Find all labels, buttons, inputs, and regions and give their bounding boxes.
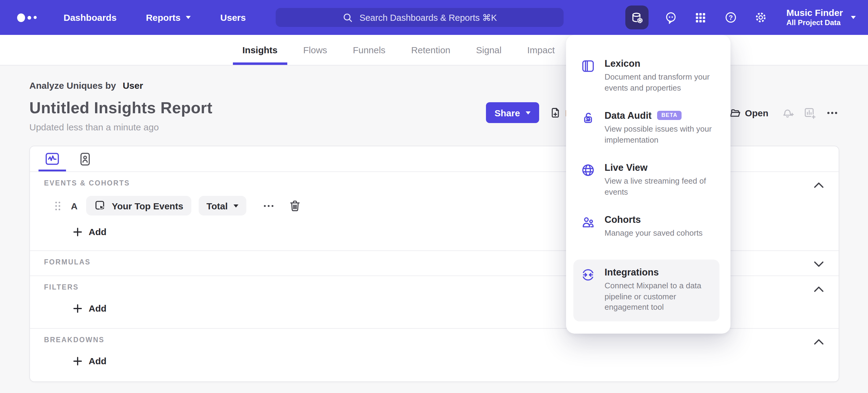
search-icon (342, 12, 353, 23)
more-ellipsis-icon[interactable] (825, 106, 839, 120)
menu-item-integrations[interactable]: Integrations Connect Mixpanel to a data … (574, 259, 719, 322)
add-event-button[interactable]: Add (73, 226, 106, 237)
cohorts-people-icon (581, 215, 595, 229)
svg-text:?: ? (728, 14, 733, 22)
menu-item-text: Integrations Connect Mixpanel to a data … (604, 266, 706, 313)
tab-funnels[interactable]: Funnels (353, 35, 385, 65)
chevron-down-icon (525, 111, 530, 114)
event-cursor-icon (94, 200, 106, 212)
add-to-dashboard-icon[interactable] (803, 106, 816, 119)
menu-item-description: Connect Mixpanel to a data pipeline or c… (604, 280, 706, 313)
menu-item-data-audit[interactable]: Data Audit BETA View possible issues wit… (566, 104, 731, 152)
add-label: Add (89, 303, 106, 313)
apps-grid-icon[interactable] (694, 11, 708, 24)
add-label: Add (89, 226, 106, 237)
help-icon[interactable]: ? (724, 11, 738, 24)
mixpanel-app: Dashboards Reports Users Search Dashboar… (0, 0, 868, 393)
top-nav: Dashboards Reports Users Search Dashboar… (0, 0, 868, 35)
drag-handle-icon[interactable] (54, 200, 61, 211)
profiles-person-tab-icon[interactable] (77, 146, 93, 171)
tab-flows[interactable]: Flows (303, 35, 327, 65)
share-label: Share (495, 107, 520, 118)
menu-item-cohorts[interactable]: Cohorts Manage your saved cohorts (566, 208, 731, 245)
share-button[interactable]: Share (486, 102, 539, 123)
tab-impact[interactable]: Impact (527, 35, 555, 65)
chevron-down-icon (851, 16, 856, 19)
database-gear-icon (630, 11, 644, 24)
report-tabbar: Insights Flows Funnels Retention Signal … (0, 35, 868, 65)
menu-item-text: Lexicon Document and transform your even… (604, 58, 712, 94)
search-placeholder: Search Dashboards & Reports ⌘K (360, 12, 497, 22)
live-view-globe-icon (581, 163, 595, 177)
menu-item-title: Data Audit BETA (604, 110, 712, 121)
plus-icon (73, 304, 82, 312)
project-switcher[interactable]: Music Finder All Project Data (786, 7, 856, 28)
project-scope: All Project Data (786, 18, 843, 28)
plus-icon (73, 357, 82, 365)
menu-item-title: Integrations (604, 266, 706, 278)
insights-chart-tab-icon[interactable] (43, 146, 61, 171)
delete-trash-icon[interactable] (289, 200, 301, 212)
chevron-down-icon (233, 204, 238, 207)
menu-item-lexicon[interactable]: Lexicon Document and transform your even… (566, 52, 731, 100)
plus-icon (73, 227, 82, 236)
metric-name: Total (207, 200, 228, 211)
new-report-icon (549, 107, 561, 119)
menu-item-title: Live View (604, 162, 712, 173)
page-header: Analyze Uniques by User Untitled Insight… (0, 65, 868, 132)
menu-item-title: Cohorts (604, 214, 703, 225)
beta-badge: BETA (657, 111, 682, 120)
lexicon-book-icon (581, 59, 595, 74)
data-audit-lock-icon (581, 111, 595, 125)
tab-retention[interactable]: Retention (411, 35, 450, 65)
series-letter: A (71, 200, 78, 211)
add-breakdown-button[interactable]: Add (73, 356, 106, 366)
nav-right-cluster: ? Music Finder All Project Data (626, 0, 868, 35)
settings-gear-icon[interactable] (754, 11, 768, 24)
nav-item-label: Reports (146, 12, 180, 23)
menu-item-description: Document and transform your events and p… (604, 72, 712, 94)
event-name: Your Top Events (112, 200, 183, 211)
search-input[interactable]: Search Dashboards & Reports ⌘K (276, 8, 564, 27)
add-label: Add (89, 356, 106, 366)
toolbar-right: Open (728, 102, 839, 123)
nav-item-reports[interactable]: Reports (146, 12, 191, 23)
collapse-chevron-icon[interactable] (810, 334, 827, 349)
menu-item-live-view[interactable]: Live View View a live streaming feed of … (566, 156, 731, 204)
data-management-icon[interactable] (626, 5, 649, 29)
project-labels: Music Finder All Project Data (786, 7, 843, 28)
nav-item-dashboards[interactable]: Dashboards (64, 12, 117, 23)
event-selector[interactable]: Your Top Events (86, 196, 191, 216)
breakdowns-section: BREAKDOWNS Add (30, 328, 839, 381)
analyze-label: Analyze Uniques by (29, 80, 116, 91)
row-more-ellipsis-icon[interactable] (262, 200, 274, 212)
nav-item-label: Users (220, 12, 246, 23)
collapse-chevron-icon[interactable] (810, 177, 827, 193)
project-name: Music Finder (786, 7, 843, 18)
menu-item-text: Data Audit BETA View possible issues wit… (604, 110, 712, 146)
menu-item-description: Manage your saved cohorts (604, 227, 703, 238)
open-button[interactable]: Open (728, 107, 768, 119)
mixpanel-logo-icon[interactable] (17, 13, 37, 22)
menu-item-description: View a live streaming feed of events (604, 176, 712, 198)
collapse-chevron-icon[interactable] (810, 281, 827, 297)
alert-bell-plus-icon[interactable] (781, 106, 794, 119)
open-label: Open (745, 107, 768, 118)
metric-selector[interactable]: Total (199, 196, 246, 216)
chevron-down-icon (186, 16, 191, 19)
add-filter-button[interactable]: Add (73, 303, 106, 313)
nav-item-users[interactable]: Users (220, 12, 246, 23)
feedback-chat-icon[interactable] (664, 11, 678, 24)
menu-item-title: Lexicon (604, 58, 712, 69)
analyze-entity-selector[interactable]: User (123, 80, 143, 91)
tab-insights[interactable]: Insights (242, 35, 278, 65)
menu-item-text: Cohorts Manage your saved cohorts (604, 214, 703, 238)
nav-item-label: Dashboards (64, 12, 117, 23)
menu-item-text: Live View View a live streaming feed of … (604, 162, 712, 198)
expand-chevron-icon[interactable] (810, 256, 827, 272)
data-management-menu: Lexicon Document and transform your even… (566, 35, 731, 334)
menu-item-description: View possible issues with your implement… (604, 124, 712, 146)
section-label: BREAKDOWNS (44, 336, 839, 343)
integrations-sync-icon (581, 267, 595, 282)
tab-signal[interactable]: Signal (476, 35, 501, 65)
